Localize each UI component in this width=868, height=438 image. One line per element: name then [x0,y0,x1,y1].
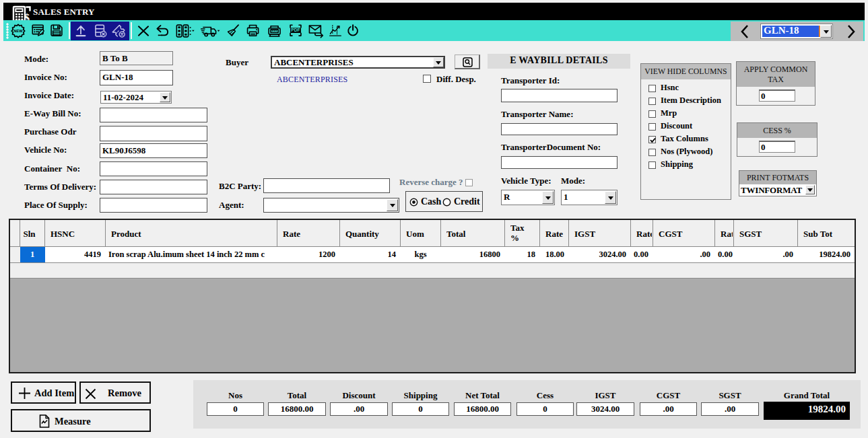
svg-text:PDF: PDF [291,28,300,33]
svg-text:NEW: NEW [14,29,24,33]
